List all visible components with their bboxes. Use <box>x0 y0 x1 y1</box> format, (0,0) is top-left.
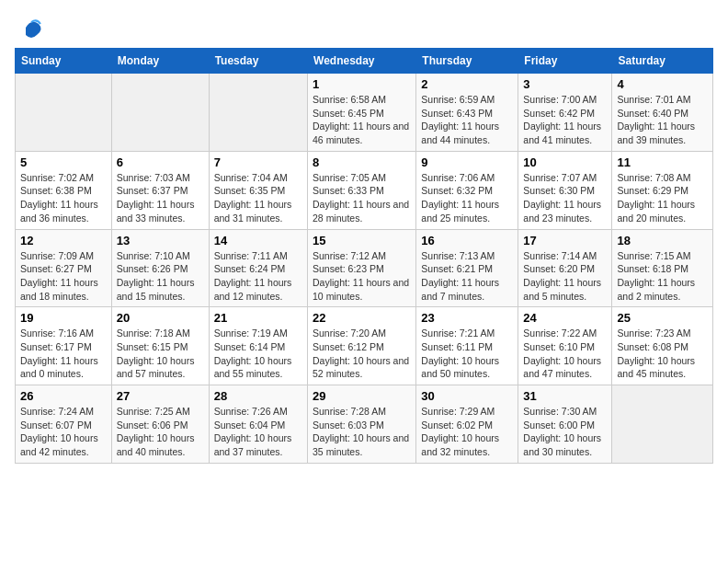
page-header <box>15 15 713 37</box>
day-cell: 2Sunrise: 6:59 AM Sunset: 6:43 PM Daylig… <box>416 74 518 152</box>
day-cell <box>209 74 307 152</box>
day-number: 2 <box>421 77 513 91</box>
day-cell: 31Sunrise: 7:30 AM Sunset: 6:00 PM Dayli… <box>518 385 612 464</box>
day-number: 20 <box>117 311 204 325</box>
day-info: Sunrise: 7:05 AM Sunset: 6:33 PM Dayligh… <box>313 171 411 225</box>
day-info: Sunrise: 7:30 AM Sunset: 6:00 PM Dayligh… <box>523 405 607 459</box>
day-cell: 12Sunrise: 7:09 AM Sunset: 6:27 PM Dayli… <box>16 229 112 307</box>
day-number: 1 <box>313 77 411 91</box>
day-cell: 5Sunrise: 7:02 AM Sunset: 6:38 PM Daylig… <box>16 151 112 229</box>
day-info: Sunrise: 6:58 AM Sunset: 6:45 PM Dayligh… <box>313 93 411 147</box>
day-number: 30 <box>421 389 513 403</box>
day-number: 17 <box>523 234 607 247</box>
day-cell: 15Sunrise: 7:12 AM Sunset: 6:23 PM Dayli… <box>308 229 416 307</box>
day-number: 19 <box>20 311 107 325</box>
day-cell: 18Sunrise: 7:15 AM Sunset: 6:18 PM Dayli… <box>612 229 713 307</box>
day-info: Sunrise: 7:03 AM Sunset: 6:37 PM Dayligh… <box>117 171 204 225</box>
day-cell: 14Sunrise: 7:11 AM Sunset: 6:24 PM Dayli… <box>209 229 307 307</box>
day-number: 27 <box>117 389 204 403</box>
day-number: 15 <box>313 234 411 247</box>
day-number: 4 <box>617 77 708 91</box>
day-info: Sunrise: 7:22 AM Sunset: 6:10 PM Dayligh… <box>523 327 607 381</box>
day-info: Sunrise: 6:59 AM Sunset: 6:43 PM Dayligh… <box>421 93 513 147</box>
day-info: Sunrise: 7:18 AM Sunset: 6:15 PM Dayligh… <box>117 327 204 381</box>
day-cell: 28Sunrise: 7:26 AM Sunset: 6:04 PM Dayli… <box>209 385 307 464</box>
day-info: Sunrise: 7:21 AM Sunset: 6:11 PM Dayligh… <box>421 327 513 381</box>
day-info: Sunrise: 7:16 AM Sunset: 6:17 PM Dayligh… <box>20 327 107 381</box>
day-cell <box>111 74 209 152</box>
day-info: Sunrise: 7:06 AM Sunset: 6:32 PM Dayligh… <box>421 171 513 225</box>
day-cell: 3Sunrise: 7:00 AM Sunset: 6:42 PM Daylig… <box>518 74 612 152</box>
day-number: 21 <box>214 311 302 325</box>
week-row-1: 1Sunrise: 6:58 AM Sunset: 6:45 PM Daylig… <box>16 74 713 152</box>
day-cell: 30Sunrise: 7:29 AM Sunset: 6:02 PM Dayli… <box>416 385 518 464</box>
day-info: Sunrise: 7:20 AM Sunset: 6:12 PM Dayligh… <box>313 327 411 381</box>
day-cell: 24Sunrise: 7:22 AM Sunset: 6:10 PM Dayli… <box>518 307 612 385</box>
day-cell: 23Sunrise: 7:21 AM Sunset: 6:11 PM Dayli… <box>416 307 518 385</box>
day-cell: 20Sunrise: 7:18 AM Sunset: 6:15 PM Dayli… <box>111 307 209 385</box>
day-number: 6 <box>117 155 204 169</box>
week-row-4: 19Sunrise: 7:16 AM Sunset: 6:17 PM Dayli… <box>16 307 713 385</box>
day-cell: 13Sunrise: 7:10 AM Sunset: 6:26 PM Dayli… <box>111 229 209 307</box>
week-row-5: 26Sunrise: 7:24 AM Sunset: 6:07 PM Dayli… <box>16 385 713 464</box>
day-info: Sunrise: 7:02 AM Sunset: 6:38 PM Dayligh… <box>20 171 107 225</box>
col-header-saturday: Saturday <box>612 49 713 74</box>
day-number: 16 <box>421 234 513 247</box>
day-info: Sunrise: 7:00 AM Sunset: 6:42 PM Dayligh… <box>523 93 607 147</box>
logo <box>15 15 40 37</box>
day-number: 31 <box>523 389 607 403</box>
day-info: Sunrise: 7:08 AM Sunset: 6:29 PM Dayligh… <box>617 171 708 225</box>
day-cell: 22Sunrise: 7:20 AM Sunset: 6:12 PM Dayli… <box>308 307 416 385</box>
day-cell: 8Sunrise: 7:05 AM Sunset: 6:33 PM Daylig… <box>308 151 416 229</box>
day-info: Sunrise: 7:01 AM Sunset: 6:40 PM Dayligh… <box>617 93 708 147</box>
day-info: Sunrise: 7:13 AM Sunset: 6:21 PM Dayligh… <box>421 249 513 304</box>
col-header-monday: Monday <box>111 49 209 74</box>
day-number: 29 <box>313 389 411 403</box>
day-number: 12 <box>20 234 107 247</box>
day-number: 25 <box>617 311 708 325</box>
day-cell <box>16 74 112 152</box>
day-number: 13 <box>117 234 204 247</box>
day-info: Sunrise: 7:07 AM Sunset: 6:30 PM Dayligh… <box>523 171 607 225</box>
col-header-sunday: Sunday <box>16 49 112 74</box>
logo-icon <box>18 15 40 37</box>
day-cell: 16Sunrise: 7:13 AM Sunset: 6:21 PM Dayli… <box>416 229 518 307</box>
day-number: 7 <box>214 155 302 169</box>
day-cell: 11Sunrise: 7:08 AM Sunset: 6:29 PM Dayli… <box>612 151 713 229</box>
day-info: Sunrise: 7:14 AM Sunset: 6:20 PM Dayligh… <box>523 249 607 304</box>
day-number: 24 <box>523 311 607 325</box>
calendar-header-row: SundayMondayTuesdayWednesdayThursdayFrid… <box>16 49 713 74</box>
day-info: Sunrise: 7:11 AM Sunset: 6:24 PM Dayligh… <box>214 249 302 304</box>
day-number: 8 <box>313 155 411 169</box>
day-number: 10 <box>523 155 607 169</box>
day-info: Sunrise: 7:26 AM Sunset: 6:04 PM Dayligh… <box>214 405 302 459</box>
day-cell: 25Sunrise: 7:23 AM Sunset: 6:08 PM Dayli… <box>612 307 713 385</box>
day-cell: 4Sunrise: 7:01 AM Sunset: 6:40 PM Daylig… <box>612 74 713 152</box>
day-number: 23 <box>421 311 513 325</box>
week-row-3: 12Sunrise: 7:09 AM Sunset: 6:27 PM Dayli… <box>16 229 713 307</box>
day-number: 9 <box>421 155 513 169</box>
col-header-thursday: Thursday <box>416 49 518 74</box>
day-info: Sunrise: 7:24 AM Sunset: 6:07 PM Dayligh… <box>20 405 107 459</box>
day-number: 18 <box>617 234 708 247</box>
day-info: Sunrise: 7:19 AM Sunset: 6:14 PM Dayligh… <box>214 327 302 381</box>
day-info: Sunrise: 7:28 AM Sunset: 6:03 PM Dayligh… <box>313 405 411 459</box>
day-cell <box>612 385 713 464</box>
day-cell: 27Sunrise: 7:25 AM Sunset: 6:06 PM Dayli… <box>111 385 209 464</box>
day-number: 5 <box>20 155 107 169</box>
day-number: 14 <box>214 234 302 247</box>
day-info: Sunrise: 7:12 AM Sunset: 6:23 PM Dayligh… <box>313 249 411 304</box>
day-cell: 26Sunrise: 7:24 AM Sunset: 6:07 PM Dayli… <box>16 385 112 464</box>
col-header-tuesday: Tuesday <box>209 49 307 74</box>
day-cell: 1Sunrise: 6:58 AM Sunset: 6:45 PM Daylig… <box>308 74 416 152</box>
day-info: Sunrise: 7:29 AM Sunset: 6:02 PM Dayligh… <box>421 405 513 459</box>
day-info: Sunrise: 7:09 AM Sunset: 6:27 PM Dayligh… <box>20 249 107 304</box>
week-row-2: 5Sunrise: 7:02 AM Sunset: 6:38 PM Daylig… <box>16 151 713 229</box>
day-cell: 9Sunrise: 7:06 AM Sunset: 6:32 PM Daylig… <box>416 151 518 229</box>
day-info: Sunrise: 7:10 AM Sunset: 6:26 PM Dayligh… <box>117 249 204 304</box>
day-number: 22 <box>313 311 411 325</box>
col-header-wednesday: Wednesday <box>308 49 416 74</box>
day-number: 3 <box>523 77 607 91</box>
day-cell: 29Sunrise: 7:28 AM Sunset: 6:03 PM Dayli… <box>308 385 416 464</box>
day-info: Sunrise: 7:15 AM Sunset: 6:18 PM Dayligh… <box>617 249 708 304</box>
